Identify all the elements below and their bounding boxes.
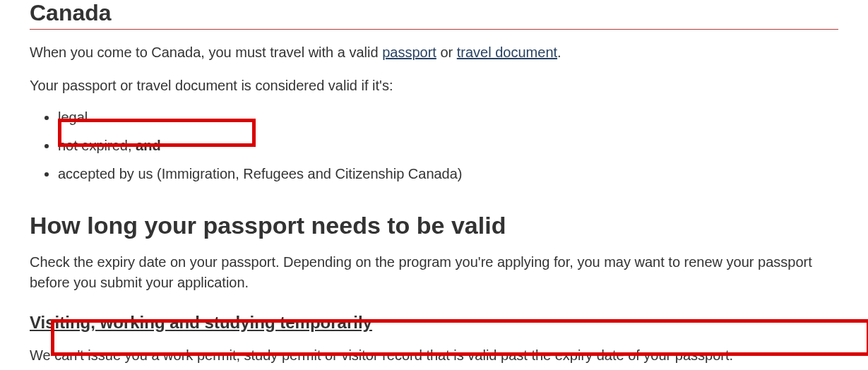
intro-text-suffix: . xyxy=(557,44,561,60)
list-item: accepted by us (Immigration, Refugees an… xyxy=(58,162,838,185)
validity-list: legal not expired, and accepted by us (I… xyxy=(58,106,838,185)
list-item: not expired, and xyxy=(58,134,838,157)
travel-document-link[interactable]: travel document xyxy=(457,44,557,60)
intro-text-prefix: When you come to Canada, you must travel… xyxy=(30,44,382,60)
permit-paragraph: We can't issue you a work permit, study … xyxy=(30,345,838,366)
list-item-bold: and xyxy=(136,138,161,153)
page-title: Canada xyxy=(30,0,838,30)
list-item-text: not expired, xyxy=(58,138,136,153)
valid-intro-paragraph: Your passport or travel document is cons… xyxy=(30,76,838,96)
intro-paragraph: When you come to Canada, you must travel… xyxy=(30,42,838,63)
passport-link[interactable]: passport xyxy=(382,44,436,60)
validity-heading: How long your passport needs to be valid xyxy=(30,212,838,239)
temporary-subheading: Visiting, working and studying temporari… xyxy=(30,313,838,333)
intro-text-mid: or xyxy=(436,44,457,60)
validity-paragraph: Check the expiry date on your passport. … xyxy=(30,252,838,293)
list-item: legal xyxy=(58,106,838,129)
